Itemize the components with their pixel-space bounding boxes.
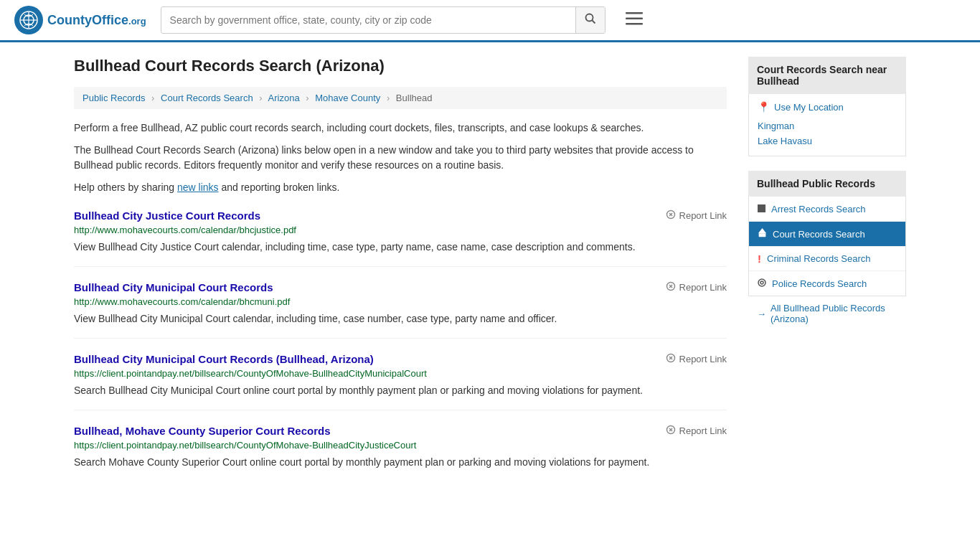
- svg-rect-7: [626, 18, 643, 20]
- sidebar-nearby-body: 📍 Use My Location KingmanLake Havasu: [748, 94, 906, 156]
- sidebar-public-records-header: Bullhead Public Records: [748, 171, 906, 197]
- report-label: Report Link: [679, 282, 727, 293]
- all-records-link[interactable]: → All Bullhead Public Records (Arizona): [748, 296, 906, 331]
- breadcrumb: Public Records › Court Records Search › …: [74, 87, 727, 109]
- page-title: Bullhead Court Records Search (Arizona): [74, 57, 727, 75]
- sidebar-nav: Arrest Records SearchCourt Records Searc…: [748, 197, 906, 296]
- result-item: Bullhead City Municipal Court Records Re…: [74, 281, 727, 339]
- result-title[interactable]: Bullhead City Municipal Court Records (B…: [74, 353, 374, 365]
- sidebar-nav-item[interactable]: Police Records Search: [749, 271, 905, 296]
- search-input[interactable]: [161, 9, 575, 32]
- sidebar-nav-label: Arrest Records Search: [771, 204, 866, 215]
- all-records-label: All Bullhead Public Records (Arizona): [771, 303, 897, 324]
- sidebar-nearby-header: Court Records Search near Bullhead: [748, 57, 906, 94]
- svg-rect-22: [759, 233, 766, 237]
- result-item: Bullhead, Mohave County Superior Court R…: [74, 425, 727, 481]
- search-button[interactable]: [575, 7, 605, 33]
- description-para3: Help others by sharing new links and rep…: [74, 180, 727, 195]
- result-header: Bullhead City Municipal Court Records Re…: [74, 281, 727, 293]
- menu-button[interactable]: [620, 8, 649, 32]
- search-bar: [161, 6, 606, 34]
- sidebar: Court Records Search near Bullhead 📍 Use…: [748, 57, 906, 481]
- breadcrumb-mohave-county[interactable]: Mohave County: [315, 93, 380, 103]
- sidebar-nav-label: Criminal Records Search: [767, 253, 871, 264]
- description-para2: The Bullhead Court Records Search (Arizo…: [74, 143, 727, 173]
- report-link-button[interactable]: Report Link: [666, 281, 727, 293]
- logo-link[interactable]: CountyOffice.org: [14, 6, 146, 34]
- breadcrumb-arizona[interactable]: Arizona: [268, 93, 300, 103]
- report-icon: [666, 353, 676, 365]
- new-links-link[interactable]: new links: [177, 182, 219, 193]
- result-url: http://www.mohavecourts.com/calendar/bhc…: [74, 296, 727, 307]
- report-label: Report Link: [679, 210, 727, 221]
- sidebar-nav-item[interactable]: Court Records Search: [749, 222, 905, 247]
- result-item: Bullhead City Justice Court Records Repo…: [74, 209, 727, 267]
- result-desc: View Bullhead City Justice Court calenda…: [74, 240, 727, 255]
- result-title[interactable]: Bullhead City Justice Court Records: [74, 209, 260, 222]
- result-title[interactable]: Bullhead, Mohave County Superior Court R…: [74, 425, 331, 437]
- result-url: https://client.pointandpay.net/billsearc…: [74, 368, 727, 379]
- svg-point-26: [760, 281, 763, 284]
- breadcrumb-public-records[interactable]: Public Records: [83, 93, 145, 103]
- content-area: Bullhead Court Records Search (Arizona) …: [74, 57, 727, 481]
- nav-icon: !: [758, 253, 761, 264]
- breadcrumb-bullhead: Bullhead: [396, 93, 433, 103]
- nearby-cities: KingmanLake Havasu: [758, 118, 897, 149]
- report-link-button[interactable]: Report Link: [666, 209, 727, 222]
- report-label: Report Link: [679, 425, 727, 436]
- nav-icon: [758, 278, 766, 289]
- main-container: Bullhead Court Records Search (Arizona) …: [60, 42, 920, 496]
- report-label: Report Link: [679, 354, 727, 364]
- svg-point-4: [585, 14, 593, 22]
- site-header: CountyOffice.org: [0, 0, 980, 42]
- result-header: Bullhead City Justice Court Records Repo…: [74, 209, 727, 222]
- logo-text: CountyOffice.org: [47, 13, 146, 28]
- svg-rect-21: [758, 204, 765, 212]
- report-link-button[interactable]: Report Link: [666, 353, 727, 365]
- description-para1: Perform a free Bullhead, AZ public court…: [74, 121, 727, 136]
- nav-icon: [758, 203, 765, 215]
- result-url: https://client.pointandpay.net/billsearc…: [74, 440, 727, 451]
- sidebar-nav-label: Court Records Search: [773, 229, 865, 240]
- nav-icon: [758, 228, 767, 240]
- sidebar-nav-label: Police Records Search: [772, 278, 867, 289]
- result-url: http://www.mohavecourts.com/calendar/bhc…: [74, 225, 727, 235]
- report-icon: [666, 281, 676, 293]
- arrow-icon: →: [757, 309, 766, 319]
- result-desc: Search Bullhead City Municipal Court onl…: [74, 383, 727, 398]
- svg-line-5: [592, 21, 595, 24]
- nearby-city-link[interactable]: Kingman: [758, 118, 897, 133]
- svg-rect-8: [626, 23, 643, 25]
- nearby-city-link[interactable]: Lake Havasu: [758, 133, 897, 149]
- location-icon: 📍: [758, 101, 770, 113]
- result-title[interactable]: Bullhead City Municipal Court Records: [74, 281, 273, 293]
- results-list: Bullhead City Justice Court Records Repo…: [74, 209, 727, 481]
- svg-rect-6: [626, 12, 643, 14]
- report-icon: [666, 425, 676, 437]
- result-item: Bullhead City Municipal Court Records (B…: [74, 353, 727, 410]
- sidebar-public-records-section: Bullhead Public Records Arrest Records S…: [748, 171, 906, 331]
- result-header: Bullhead, Mohave County Superior Court R…: [74, 425, 727, 437]
- report-link-button[interactable]: Report Link: [666, 425, 727, 437]
- use-location-link[interactable]: 📍 Use My Location: [758, 101, 897, 113]
- svg-point-25: [758, 279, 765, 286]
- result-desc: Search Mohave County Superior Court onli…: [74, 455, 727, 470]
- logo-icon: [14, 6, 43, 34]
- report-icon: [666, 209, 676, 222]
- sidebar-nav-item[interactable]: !Criminal Records Search: [749, 247, 905, 271]
- sidebar-nav-item[interactable]: Arrest Records Search: [749, 197, 905, 222]
- sidebar-nearby-section: Court Records Search near Bullhead 📍 Use…: [748, 57, 906, 156]
- breadcrumb-court-records-search[interactable]: Court Records Search: [161, 93, 253, 103]
- result-desc: View Bullhead City Municipal Court calen…: [74, 311, 727, 326]
- result-header: Bullhead City Municipal Court Records (B…: [74, 353, 727, 365]
- svg-marker-24: [758, 228, 766, 233]
